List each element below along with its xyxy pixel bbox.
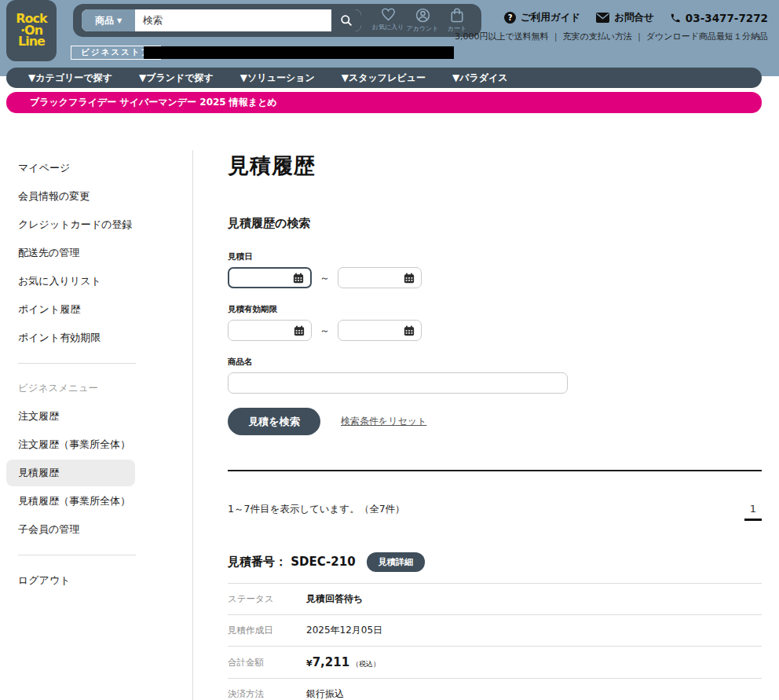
tax-note: （税込） bbox=[352, 660, 380, 668]
phone-icon bbox=[670, 13, 681, 24]
account-sidebar: マイページ 会員情報の変更 クレジットカードの登録 配送先の管理 お気に入りリス… bbox=[0, 150, 193, 700]
search-bar-container: 商品 ▼ お気に入り アカウント bbox=[73, 4, 481, 37]
expiry-from-field[interactable] bbox=[228, 320, 312, 341]
pagination-page-1[interactable]: 1 bbox=[744, 503, 762, 521]
payment-method-value: 銀行振込 bbox=[306, 687, 344, 700]
site-header: Rock ·On Line 商品 ▼ お気に入り bbox=[0, 0, 779, 76]
amount-number: 7,211 bbox=[313, 655, 349, 669]
sidebar-item-credit-card[interactable]: クレジットカードの登録 bbox=[18, 211, 192, 238]
expiry-date-range: ～ bbox=[228, 320, 762, 341]
row-label: 見積作成日 bbox=[228, 625, 306, 636]
banner-text: ブラックフライデー サイバーマンデー 2025 情報まとめ bbox=[30, 96, 277, 109]
created-date-value: 2025年12月05日 bbox=[306, 624, 382, 637]
sidebar-item-sub-members[interactable]: 子会員の管理 bbox=[18, 516, 192, 543]
search-submit-button[interactable] bbox=[331, 9, 361, 31]
header-utility: ? ご利用ガイド お問合せ 03-3477-7272 3,000円以上で送料無料… bbox=[455, 11, 768, 42]
expiry-to-field[interactable] bbox=[338, 320, 422, 341]
search-input[interactable] bbox=[135, 9, 331, 31]
reset-conditions-link[interactable]: 検索条件をリセット bbox=[341, 415, 426, 428]
quote-detail-table: ステータス 見積回答待ち 見積作成日 2025年12月05日 合計金額 ¥7,2… bbox=[228, 583, 762, 700]
page-title: 見積履歴 bbox=[228, 152, 762, 180]
heart-icon bbox=[381, 8, 396, 21]
quote-history-main: 見積履歴 見積履歴の検索 見積日 ～ bbox=[193, 150, 779, 700]
table-row-status: ステータス 見積回答待ち bbox=[228, 583, 762, 614]
sidebar-item-shipping[interactable]: 配送先の管理 bbox=[18, 240, 192, 266]
status-value: 見積回答待ち bbox=[306, 592, 363, 606]
nav-item-staff-reviews[interactable]: ▼スタッフレビュー bbox=[342, 71, 426, 85]
range-separator: ～ bbox=[320, 324, 330, 338]
expiry-from-input[interactable] bbox=[235, 325, 294, 336]
expiry-to-input[interactable] bbox=[345, 325, 404, 336]
search-pill: 商品 ▼ bbox=[82, 9, 361, 31]
quote-date-range: ～ bbox=[228, 267, 762, 288]
total-amount-value: ¥7,211（税込） bbox=[306, 655, 380, 669]
search-category-dropdown[interactable]: 商品 ▼ bbox=[82, 9, 135, 31]
calendar-icon bbox=[404, 325, 415, 336]
search-actions: 見積を検索 検索条件をリセット bbox=[228, 408, 762, 435]
range-separator: ～ bbox=[320, 271, 330, 285]
nav-item-paradise[interactable]: ▼パラダイス bbox=[452, 71, 508, 85]
account-icon bbox=[415, 8, 430, 23]
sidebar-item-logout[interactable]: ログアウト bbox=[18, 567, 192, 594]
table-row-payment: 決済方法 銀行振込 bbox=[228, 678, 762, 700]
table-row-created-date: 見積作成日 2025年12月05日 bbox=[228, 614, 762, 646]
product-name-label: 商品名 bbox=[228, 357, 762, 368]
account-link[interactable]: アカウント bbox=[405, 8, 440, 33]
sidebar-item-favorites[interactable]: お気に入りリスト bbox=[18, 268, 192, 295]
quote-date-to-field[interactable] bbox=[338, 267, 422, 288]
guide-label: ご利用ガイド bbox=[521, 11, 580, 24]
quote-number: 見積番号： SDEC-210 bbox=[228, 555, 356, 570]
sidebar-item-quote-history[interactable]: 見積履歴 bbox=[6, 460, 135, 486]
quote-card-header: 見積番号： SDEC-210 見積詳細 bbox=[228, 552, 762, 572]
quote-detail-button[interactable]: 見積詳細 bbox=[367, 552, 425, 572]
sidebar-item-points-history[interactable]: ポイント履歴 bbox=[18, 296, 192, 323]
mail-icon bbox=[596, 13, 609, 23]
announcement-bar bbox=[144, 46, 454, 59]
row-label: 合計金額 bbox=[228, 657, 306, 669]
currency-symbol: ¥ bbox=[306, 658, 313, 669]
search-icon bbox=[340, 14, 353, 27]
sidebar-item-member-info[interactable]: 会員情報の変更 bbox=[18, 183, 192, 210]
nav-item-brands[interactable]: ▼ブランドで探す bbox=[139, 71, 214, 85]
site-logo[interactable]: Rock ·On Line bbox=[6, 0, 57, 61]
account-label: アカウント bbox=[407, 24, 439, 33]
row-label: 決済方法 bbox=[228, 688, 306, 700]
black-friday-banner[interactable]: ブラックフライデー サイバーマンデー 2025 情報まとめ bbox=[6, 92, 762, 113]
quote-date-from-input[interactable] bbox=[236, 273, 293, 284]
quote-number-value: SDEC-210 bbox=[291, 555, 355, 569]
quote-search-button[interactable]: 見積を検索 bbox=[228, 408, 320, 435]
calendar-icon bbox=[294, 325, 305, 336]
search-category-label: 商品 bbox=[95, 14, 114, 27]
quote-date-to-input[interactable] bbox=[345, 273, 404, 284]
contact-label: お問合せ bbox=[614, 11, 654, 24]
quote-date-label: 見積日 bbox=[228, 251, 762, 262]
product-name-input[interactable] bbox=[228, 372, 568, 394]
guide-link[interactable]: ? ご利用ガイド bbox=[504, 11, 580, 24]
logo-line-3: Line bbox=[18, 36, 45, 48]
nav-item-categories[interactable]: ▼カテゴリーで探す bbox=[28, 71, 112, 85]
sidebar-divider bbox=[18, 555, 136, 555]
calendar-icon bbox=[404, 273, 415, 284]
main-nav: ▼カテゴリーで探す ▼ブランドで探す ▼ソリューション ▼スタッフレビュー ▼パ… bbox=[6, 68, 762, 88]
sidebar-item-mypage[interactable]: マイページ bbox=[18, 155, 192, 181]
sidebar-item-order-history[interactable]: 注文履歴 bbox=[18, 403, 192, 430]
nav-item-solutions[interactable]: ▼ソリューション bbox=[240, 71, 315, 85]
results-divider bbox=[228, 470, 762, 471]
phone-number: 03-3477-7272 bbox=[686, 12, 768, 24]
content-layout: マイページ 会員情報の変更 クレジットカードの登録 配送先の管理 お気に入りリス… bbox=[0, 150, 779, 700]
phone-link[interactable]: 03-3477-7272 bbox=[670, 12, 768, 24]
favorites-label: お気に入り bbox=[372, 23, 404, 31]
row-label: ステータス bbox=[228, 593, 306, 605]
search-section-title: 見積履歴の検索 bbox=[228, 216, 762, 231]
sidebar-item-order-history-all[interactable]: 注文履歴（事業所全体） bbox=[18, 431, 192, 458]
contact-link[interactable]: お問合せ bbox=[596, 11, 654, 24]
sidebar-item-points-expiry[interactable]: ポイント有効期限 bbox=[18, 324, 192, 351]
table-row-total: 合計金額 ¥7,211（税込） bbox=[228, 646, 762, 678]
sidebar-item-quote-history-all[interactable]: 見積履歴（事業所全体） bbox=[18, 488, 192, 515]
quote-date-from-field[interactable] bbox=[228, 267, 312, 288]
promo-line: 3,000円以上で送料無料 ｜ 充実の支払い方法 ｜ ダウンロード商品最短１分納… bbox=[455, 31, 768, 42]
favorites-link[interactable]: お気に入り bbox=[371, 8, 405, 33]
results-summary-row: 1～7件目を表示しています。（全7件） 1 bbox=[228, 503, 762, 521]
calendar-icon bbox=[293, 273, 304, 284]
expiry-date-label: 見積有効期限 bbox=[228, 304, 762, 315]
